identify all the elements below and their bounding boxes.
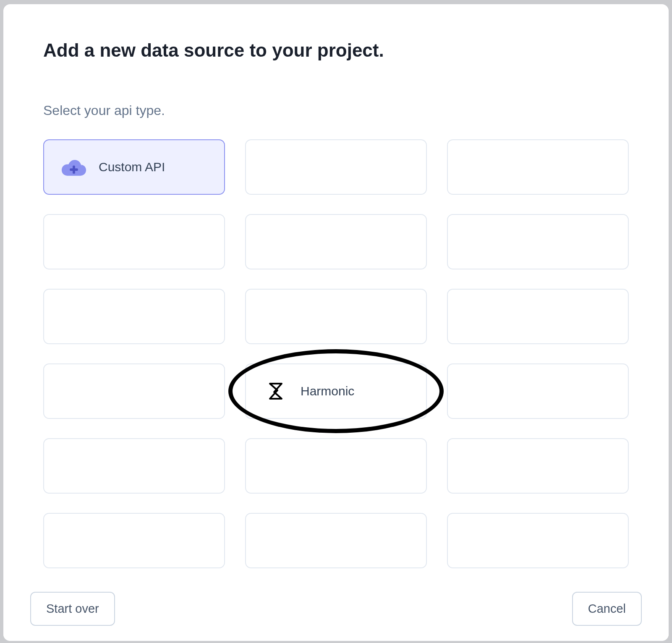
- blank-icon: [263, 231, 289, 252]
- modal-title: Add a new data source to your project.: [43, 40, 629, 61]
- harmonic-icon: [263, 381, 289, 402]
- blank-icon: [465, 157, 491, 178]
- api-card-empty[interactable]: [245, 214, 427, 269]
- api-card-empty[interactable]: [447, 139, 629, 195]
- api-card-empty[interactable]: [447, 214, 629, 269]
- api-card-empty[interactable]: [43, 363, 225, 419]
- api-card-empty[interactable]: [447, 289, 629, 344]
- blank-icon: [61, 530, 87, 551]
- blank-icon: [61, 455, 87, 476]
- api-card-empty[interactable]: [43, 289, 225, 344]
- api-card-empty[interactable]: [245, 139, 427, 195]
- api-card-custom-api[interactable]: Custom API: [43, 139, 225, 195]
- blank-icon: [465, 455, 491, 476]
- blank-icon: [465, 530, 491, 551]
- modal-subtitle: Select your api type.: [43, 103, 629, 118]
- api-card-empty[interactable]: [447, 363, 629, 419]
- blank-icon: [61, 231, 87, 252]
- api-card-empty[interactable]: [43, 438, 225, 494]
- api-card-label: Harmonic: [301, 384, 354, 398]
- blank-icon: [465, 231, 491, 252]
- api-card-empty[interactable]: [43, 214, 225, 269]
- blank-icon: [263, 455, 289, 476]
- cancel-button[interactable]: Cancel: [572, 592, 642, 626]
- api-card-harmonic[interactable]: Harmonic: [245, 363, 427, 419]
- cloud-plus-icon: [61, 157, 87, 178]
- blank-icon: [263, 157, 289, 178]
- blank-icon: [465, 381, 491, 402]
- blank-icon: [61, 381, 87, 402]
- api-type-grid: Custom API Harmonic: [43, 139, 629, 580]
- api-card-empty[interactable]: [245, 513, 427, 568]
- svg-rect-1: [70, 168, 78, 171]
- blank-icon: [263, 530, 289, 551]
- blank-icon: [465, 306, 491, 327]
- api-card-label: Custom API: [99, 160, 165, 174]
- api-card-empty[interactable]: [43, 513, 225, 568]
- start-over-button[interactable]: Start over: [30, 592, 115, 626]
- api-card-empty[interactable]: [447, 513, 629, 568]
- api-card-empty[interactable]: [447, 438, 629, 494]
- modal-footer: Start over Cancel: [3, 580, 669, 641]
- blank-icon: [263, 306, 289, 327]
- add-data-source-modal: Add a new data source to your project. S…: [3, 4, 669, 641]
- modal-content: Add a new data source to your project. S…: [3, 4, 669, 580]
- api-card-empty[interactable]: [245, 438, 427, 494]
- api-card-empty[interactable]: [245, 289, 427, 344]
- blank-icon: [61, 306, 87, 327]
